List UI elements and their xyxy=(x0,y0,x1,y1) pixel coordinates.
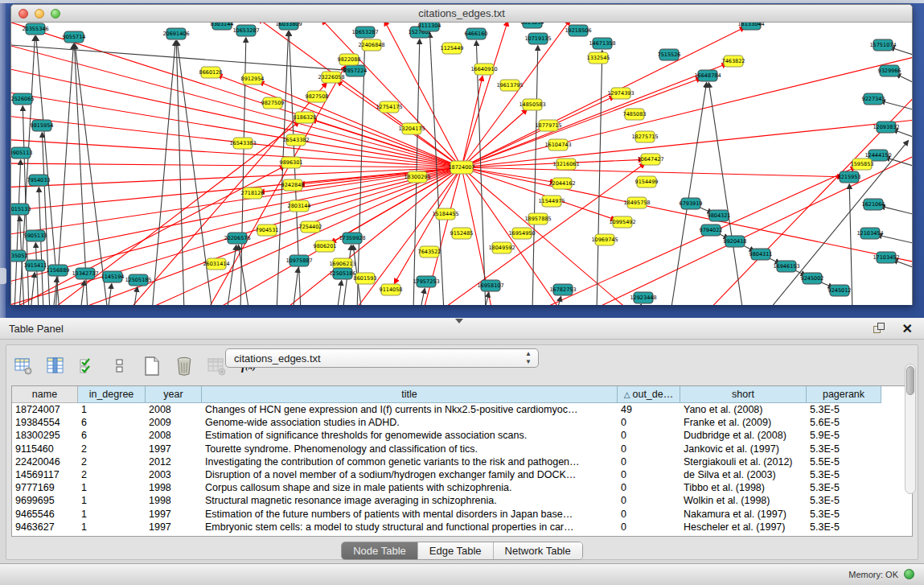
graph-node[interactable]: 12103454 xyxy=(856,228,883,239)
table-cell[interactable]: 1998 xyxy=(146,494,202,507)
graph-node[interactable]: 7954033 xyxy=(27,175,51,186)
graph-node-selected[interactable]: 14850583 xyxy=(519,99,545,110)
column-header-out_de[interactable]: △out_de… xyxy=(618,386,680,403)
window-titlebar[interactable]: citations_edges.txt xyxy=(11,5,912,23)
edge[interactable] xyxy=(227,245,236,305)
table-cell[interactable]: 1 xyxy=(78,521,146,534)
graph-node[interactable]: 1735051 xyxy=(11,250,27,262)
graph-node-selected[interactable]: 7643522 xyxy=(418,246,441,257)
graph-node[interactable]: 16033809 xyxy=(275,23,302,30)
selected-edge[interactable] xyxy=(462,120,912,167)
table-cell[interactable]: 0 xyxy=(618,455,680,468)
edge[interactable] xyxy=(39,187,43,305)
graph-node-selected[interactable]: 16543382 xyxy=(282,134,309,146)
table-settings-icon[interactable] xyxy=(13,356,34,377)
table-cell[interactable]: 9777169 xyxy=(12,481,78,494)
table-cell[interactable]: 5.6E-5 xyxy=(807,416,881,429)
graph-node[interactable]: 20206576 xyxy=(224,233,250,244)
graph-node-selected[interactable]: 7254402 xyxy=(299,221,322,233)
table-cell[interactable]: Corpus callosum shape and size in male p… xyxy=(202,481,618,494)
graph-node[interactable]: 6466160 xyxy=(465,28,488,39)
table-cell[interactable]: 5.3E-5 xyxy=(807,508,881,521)
column-selector-icon[interactable] xyxy=(45,356,66,377)
table-row[interactable]: 1830029562008Estimation of significance … xyxy=(12,429,912,442)
table-cell[interactable]: 2 xyxy=(78,455,146,468)
table-cell[interactable]: 5.3E-5 xyxy=(807,443,881,455)
table-cell[interactable]: 1 xyxy=(78,494,146,507)
table-cell[interactable]: Hescheler et al. (1997) xyxy=(680,521,807,534)
table-cell[interactable]: 2 xyxy=(78,443,146,455)
graph-node-selected[interactable]: 11544975 xyxy=(538,196,565,207)
edge[interactable] xyxy=(881,206,912,214)
node-table[interactable]: namein_degreeyeartitle△out_de…shortpager… xyxy=(11,385,913,537)
graph-node-selected[interactable]: 16104743 xyxy=(544,139,571,150)
graph-node[interactable]: 8905113 xyxy=(11,147,32,159)
graph-node[interactable]: 13342737 xyxy=(72,268,98,279)
graph-node-selected[interactable]: 10995492 xyxy=(609,216,635,228)
table-cell[interactable]: Wolkin et al. (1998) xyxy=(680,494,807,507)
table-cell[interactable]: Jankovic et al. (1997) xyxy=(680,443,807,455)
row-select-icon[interactable] xyxy=(77,356,98,377)
collapsed-panel-handle[interactable] xyxy=(0,268,6,284)
selected-edge[interactable] xyxy=(259,82,462,167)
selected-edge[interactable] xyxy=(322,23,462,167)
graph-node[interactable]: 9804311 xyxy=(749,249,773,260)
citation-network-graph[interactable]: 1872400720355346905571420691406830314410… xyxy=(11,23,912,305)
table-cell[interactable]: 0 xyxy=(618,443,680,455)
table-cell[interactable]: 5.9E-5 xyxy=(807,429,881,442)
graph-node[interactable]: 8813054 xyxy=(521,23,544,28)
graph-node[interactable]: 20355346 xyxy=(22,23,48,35)
graph-node-selected[interactable]: 9152485 xyxy=(450,228,474,239)
table-cell[interactable]: Genome-wide association studies in ADHD. xyxy=(202,416,618,429)
graph-node[interactable]: 12505186 xyxy=(329,268,355,279)
table-cell[interactable]: Investigating the contribution of common… xyxy=(202,455,618,468)
selected-edge[interactable] xyxy=(11,167,462,282)
table-cell[interactable]: Tourette syndrome. Phenomenology and cla… xyxy=(202,443,618,455)
table-cell[interactable]: 1 xyxy=(78,508,146,521)
graph-node-selected[interactable]: 10647427 xyxy=(637,154,663,165)
table-cell[interactable]: 19384554 xyxy=(12,416,78,429)
edge[interactable] xyxy=(152,41,175,305)
graph-node-selected[interactable]: 13204175 xyxy=(398,123,425,134)
graph-node-selected[interactable]: 1332545 xyxy=(587,52,610,64)
table-cell[interactable]: Estimation of the future numbers of pati… xyxy=(202,508,618,521)
graph-node[interactable]: 10653287 xyxy=(232,25,259,36)
graph-node-selected[interactable]: 1125449 xyxy=(441,43,464,54)
table-cell[interactable]: 6 xyxy=(78,429,146,442)
graph-node-selected[interactable]: 18779715 xyxy=(535,120,561,131)
graph-node-selected[interactable]: 23226058 xyxy=(318,72,344,83)
graph-node[interactable]: 12923448 xyxy=(630,292,656,303)
table-cell[interactable]: 18300295 xyxy=(12,429,78,442)
edge[interactable] xyxy=(597,51,602,305)
graph-node[interactable]: 2526065 xyxy=(11,93,34,105)
table-row[interactable]: 1456911722003Disruption of a novel membe… xyxy=(12,468,912,481)
memory-ok-indicator[interactable] xyxy=(904,569,914,579)
selected-edge[interactable] xyxy=(462,167,615,220)
graph-node[interactable]: 9794022 xyxy=(700,225,723,236)
edge[interactable] xyxy=(708,83,743,305)
graph-node-selected[interactable]: 9114058 xyxy=(380,284,403,295)
selected-edge[interactable] xyxy=(462,23,507,167)
table-cell[interactable]: Nakamura et al. (1997) xyxy=(680,508,807,521)
rows-icon[interactable] xyxy=(109,356,130,377)
graph-node[interactable]: 17957253 xyxy=(413,276,439,287)
graph-node[interactable]: 7515526 xyxy=(658,49,681,60)
graph-node[interactable]: 16958107 xyxy=(477,280,503,291)
graph-node-selected[interactable]: 9896301 xyxy=(280,157,303,168)
graph-node-selected[interactable]: 2718126 xyxy=(241,187,265,199)
graph-node-selected[interactable]: 7485083 xyxy=(623,109,647,120)
graph-node-selected[interactable]: 12974393 xyxy=(607,88,634,99)
graph-node[interactable]: 8303144 xyxy=(211,23,234,30)
selected-edge[interactable] xyxy=(462,109,527,167)
table-cell[interactable]: 5.3E-5 xyxy=(807,494,881,507)
table-row[interactable]: 911546021997Tourette syndrome. Phenomeno… xyxy=(12,443,912,455)
graph-node-selected[interactable]: 1595853 xyxy=(851,159,874,170)
graph-node[interactable]: 19218506 xyxy=(565,25,591,36)
graph-node[interactable]: 17359928 xyxy=(339,233,365,244)
table-row[interactable]: 946554611997Estimation of the future num… xyxy=(12,508,912,521)
graph-node-selected[interactable]: 19613795 xyxy=(496,80,523,91)
graph-node[interactable]: 12505185 xyxy=(125,274,151,286)
graph-node[interactable]: 7857224 xyxy=(344,65,368,76)
graph-node-selected[interactable]: 18957885 xyxy=(524,213,551,225)
table-cell[interactable]: Dudbridge et al. (2008) xyxy=(680,429,807,442)
